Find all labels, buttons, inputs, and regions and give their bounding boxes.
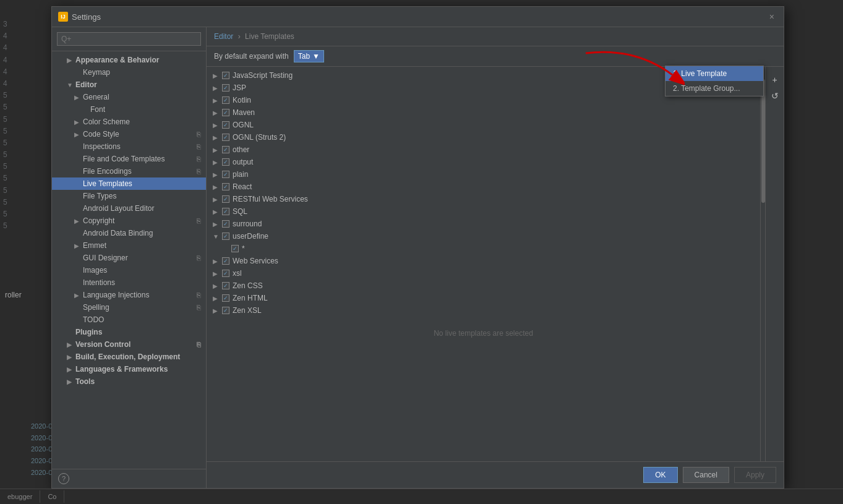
group-checkbox[interactable] — [222, 96, 229, 104]
sidebar-item-file-types[interactable]: File Types — [52, 190, 206, 202]
sidebar-item-live-templates[interactable]: Live Templates — [52, 177, 206, 190]
menu-item-label: 1. Live Template — [673, 69, 727, 78]
sidebar-item-build[interactable]: Build, Execution, Deployment — [52, 351, 206, 363]
group-zen-xsl[interactable]: Zen XSL — [207, 304, 760, 317]
sidebar-item-tools[interactable]: Tools — [52, 375, 206, 388]
cancel-button[interactable]: Cancel — [683, 467, 729, 483]
sidebar-item-intentions[interactable]: Intentions — [52, 276, 206, 289]
sidebar-item-version-control[interactable]: Version Control ⎘ — [52, 338, 206, 351]
sidebar-item-android-layout[interactable]: Android Layout Editor — [52, 202, 206, 215]
add-button[interactable]: + — [768, 73, 782, 87]
group-xsl[interactable]: xsl — [207, 267, 760, 280]
no-selection-text: No live templates are selected — [434, 329, 533, 338]
reset-icon: ↺ — [771, 91, 779, 101]
sidebar-item-label: TODO — [83, 315, 104, 324]
breadcrumb: Editor › Live Templates — [207, 27, 784, 46]
group-checkbox[interactable] — [222, 257, 229, 265]
group-checkbox[interactable] — [222, 294, 229, 302]
group-checkbox[interactable] — [222, 307, 229, 314]
menu-item-template-group[interactable]: 2. Template Group... — [665, 81, 763, 96]
expand-dropdown[interactable]: Tab ▼ — [294, 50, 324, 62]
group-checkbox[interactable] — [222, 109, 229, 116]
sidebar-item-code-style[interactable]: Code Style ⎘ — [52, 128, 206, 140]
group-checkbox[interactable] — [222, 84, 229, 92]
group-checkbox[interactable] — [222, 121, 229, 129]
group-output[interactable]: output — [207, 156, 760, 168]
group-checkbox[interactable] — [222, 183, 229, 190]
sidebar-item-gui[interactable]: GUI Designer ⎘ — [52, 252, 206, 264]
sidebar-item-label: Version Control — [75, 340, 131, 349]
sidebar-item-file-encodings[interactable]: File Encodings ⎘ — [52, 165, 206, 177]
app-icon: IJ — [58, 12, 68, 22]
sidebar-item-inspections[interactable]: Inspections ⎘ — [52, 140, 206, 153]
sidebar-item-keymap[interactable]: Keymap — [52, 66, 206, 79]
sidebar-item-images[interactable]: Images — [52, 264, 206, 276]
group-other[interactable]: other — [207, 143, 760, 156]
group-ognl[interactable]: OGNL — [207, 119, 760, 131]
sidebar-item-label: Font — [90, 105, 105, 114]
sidebar-item-color-scheme[interactable]: Color Scheme — [52, 116, 206, 128]
search-box — [52, 27, 206, 51]
expand-icon — [213, 283, 219, 289]
group-sql[interactable]: SQL — [207, 205, 760, 218]
sidebar-item-label: File Encodings — [83, 167, 132, 176]
apply-button[interactable]: Apply — [734, 467, 776, 483]
sidebar-item-font[interactable]: Font — [52, 103, 206, 116]
tab-debugger[interactable]: ebugger — [0, 490, 40, 503]
sidebar-item-todo[interactable]: TODO — [52, 314, 206, 326]
group-checkbox[interactable] — [222, 134, 229, 141]
expand-value: Tab — [298, 52, 310, 61]
breadcrumb-editor[interactable]: Editor — [214, 32, 233, 41]
sidebar-item-plugins[interactable]: Plugins — [52, 326, 206, 338]
sidebar-item-appearance[interactable]: Appearance & Behavior — [52, 54, 206, 66]
group-maven[interactable]: Maven — [207, 106, 760, 119]
group-checkbox[interactable] — [222, 270, 229, 277]
sidebar-item-lang-injections[interactable]: Language Injections ⎘ — [52, 289, 206, 301]
expand-icon — [213, 184, 219, 190]
tab-co[interactable]: Co — [40, 490, 64, 503]
group-restful[interactable]: RESTful Web Services — [207, 193, 760, 205]
group-checkbox[interactable] — [222, 233, 229, 240]
ok-button[interactable]: OK — [643, 467, 677, 483]
arrow-icon — [67, 354, 73, 361]
sidebar-item-emmet[interactable]: Emmet — [52, 239, 206, 252]
sidebar-item-general[interactable]: General — [52, 91, 206, 103]
item-checkbox[interactable] — [231, 245, 239, 252]
help-button[interactable]: ? — [58, 473, 69, 484]
sidebar-item-android-data[interactable]: Android Data Binding — [52, 227, 206, 239]
item-label: * — [242, 244, 245, 253]
group-surround[interactable]: surround — [207, 218, 760, 230]
group-checkbox[interactable] — [222, 146, 229, 153]
sidebar-item-spelling[interactable]: Spelling ⎘ — [52, 301, 206, 314]
group-ognl-struts[interactable]: OGNL (Struts 2) — [207, 131, 760, 143]
menu-item-live-template[interactable]: 1. Live Template — [665, 66, 763, 81]
close-button[interactable]: × — [766, 11, 777, 23]
group-checkbox[interactable] — [222, 171, 229, 178]
expand-icon — [213, 258, 219, 265]
group-checkbox[interactable] — [222, 158, 229, 166]
group-webservices[interactable]: Web Services — [207, 255, 760, 267]
scrollbar-thumb[interactable] — [761, 79, 765, 203]
group-zen-html[interactable]: Zen HTML — [207, 292, 760, 304]
group-checkbox[interactable] — [222, 282, 229, 289]
sidebar-item-label: Build, Execution, Deployment — [75, 352, 180, 361]
add-icon: + — [772, 75, 777, 85]
group-checkbox[interactable] — [222, 72, 229, 79]
sidebar-item-file-templates[interactable]: File and Code Templates ⎘ — [52, 153, 206, 165]
reset-button[interactable]: ↺ — [768, 89, 782, 103]
sidebar-item-languages[interactable]: Languages & Frameworks — [52, 363, 206, 375]
sidebar-item-copyright[interactable]: Copyright ⎘ — [52, 215, 206, 227]
group-checkbox[interactable] — [222, 220, 229, 228]
group-label: userDefine — [233, 232, 268, 241]
group-react[interactable]: React — [207, 181, 760, 193]
group-userdefine[interactable]: userDefine — [207, 230, 760, 242]
group-zen-css[interactable]: Zen CSS — [207, 280, 760, 292]
sub-item-star[interactable]: * — [207, 242, 760, 255]
group-plain[interactable]: plain — [207, 168, 760, 181]
group-checkbox[interactable] — [222, 195, 229, 203]
group-checkbox[interactable] — [222, 208, 229, 215]
scrollbar-track[interactable] — [760, 67, 765, 461]
search-input[interactable] — [57, 32, 201, 46]
sidebar-item-editor[interactable]: Editor — [52, 79, 206, 91]
arrow-icon — [74, 119, 80, 126]
